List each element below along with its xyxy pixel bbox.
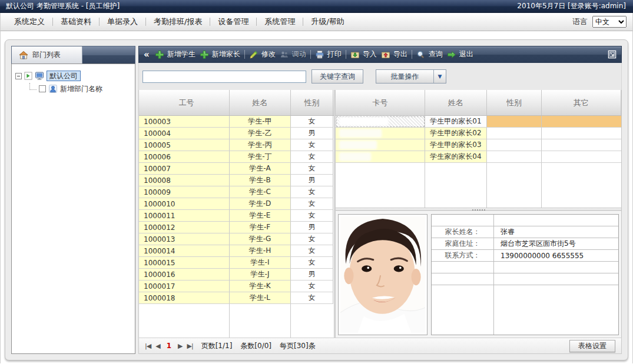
last-page-icon[interactable]: ▶|: [187, 342, 193, 350]
parent-other-cell: [542, 139, 621, 151]
menu-item-schedule-report[interactable]: 考勤排班/报表: [146, 16, 210, 27]
column-header-other: 其它: [542, 90, 621, 115]
student-row[interactable]: 1000012 学生-F 男: [139, 222, 334, 233]
exit-button[interactable]: 退出: [447, 49, 473, 59]
student-gender-cell: 女: [291, 151, 333, 163]
student-row[interactable]: 1000015 学生-I 女: [139, 257, 334, 269]
student-row[interactable]: 100004 学生-乙 男: [139, 128, 334, 139]
print-button[interactable]: 打印: [315, 49, 342, 59]
student-name-cell: 学生-丁: [230, 151, 291, 163]
student-row[interactable]: 100006 学生-丁 女: [139, 151, 334, 163]
student-id-cell: 100009: [139, 186, 230, 198]
student-gender-cell: 女: [291, 233, 333, 245]
tree-collapse-icon[interactable]: [15, 73, 22, 79]
menu-items: 系统定义 基础资料 单据录入 考勤排班/报表 设备管理 系统管理 升级/帮助: [6, 13, 352, 31]
menu-item-system-define[interactable]: 系统定义: [6, 16, 52, 27]
home-icon: [19, 51, 28, 60]
parent-table-filler: [336, 163, 621, 208]
menu-item-device-manage[interactable]: 设备管理: [210, 16, 256, 27]
student-row[interactable]: 1000011 学生-E 女: [139, 210, 334, 222]
tab-department-list[interactable]: 部门列表: [12, 46, 82, 64]
action-toolbar: « 新增学生 新增家长: [138, 46, 622, 63]
student-row[interactable]: 100009 学生-C 女: [139, 186, 334, 198]
parent-table-header: 卡号 姓名 性别 其它: [336, 90, 621, 116]
home-address-value: 烟台市芝罘区面市街5号: [494, 238, 618, 249]
tree-node-root-label[interactable]: 默认公司: [47, 71, 81, 81]
parent-detail-panel: 家长姓名： 张睿 家庭住址： 烟台市芝罘区面市街5号 联系方式： 1390000…: [336, 211, 621, 338]
parent-row[interactable]: 学生甲的家长02: [336, 128, 621, 139]
parent-other-cell: [542, 128, 621, 139]
export-button[interactable]: 导出: [381, 49, 407, 59]
info-row-parent-name: 家长姓名： 张睿: [432, 226, 618, 238]
department-person-icon: [48, 84, 58, 93]
import-button[interactable]: 导入: [350, 49, 377, 59]
student-row[interactable]: 100003 学生-甲 女: [139, 116, 334, 128]
parent-row-selected[interactable]: 学生甲的家长01: [336, 116, 621, 128]
monitor-icon: [35, 71, 44, 81]
add-icon: [155, 50, 164, 59]
student-row[interactable]: 100008 学生-B 男: [139, 175, 334, 186]
student-row[interactable]: 100007 学生-A 女: [139, 163, 334, 175]
student-gender-cell: 女: [291, 186, 333, 198]
menu-item-system-manage[interactable]: 系统管理: [257, 16, 303, 27]
student-gender-cell: 女: [291, 210, 333, 222]
collapse-left-icon[interactable]: «: [144, 49, 150, 60]
parent-name-value: 张睿: [494, 226, 618, 238]
tree-node-root-company[interactable]: 默认公司: [15, 70, 131, 82]
student-name-cell: 学生-J: [230, 269, 291, 280]
per-page-info: 每页[30]条: [280, 341, 316, 351]
parent-name-cell: 学生家的家长04: [425, 151, 487, 163]
tables-area: 工号 姓名 性别 100003 学生-甲 女 100004 学生-乙 男 100…: [138, 90, 622, 338]
parent-gender-cell: [487, 128, 542, 139]
info-row-home-address: 家庭住址： 烟台市芝罘区面市街5号: [432, 238, 618, 250]
student-id-cell: 100005: [139, 139, 230, 151]
student-id-cell: 1000012: [139, 222, 230, 233]
transfer-button[interactable]: 调动: [280, 49, 306, 59]
parent-row[interactable]: 学生家的家长04: [336, 151, 621, 163]
parent-section: 卡号 姓名 性别 其它 学生甲的家长01 学生甲的家长02: [336, 90, 621, 338]
horizontal-splitter[interactable]: [336, 208, 621, 211]
student-id-cell: 100006: [139, 151, 230, 163]
search-icon: [416, 50, 426, 59]
student-name-cell: 学生-甲: [230, 116, 291, 128]
edit-button[interactable]: 修改: [249, 49, 276, 59]
current-page-number[interactable]: 1: [165, 342, 173, 350]
student-name-cell: 学生-乙: [230, 128, 291, 139]
menu-item-record-entry[interactable]: 单据录入: [100, 16, 145, 27]
student-row[interactable]: 1000018 学生-L 女: [139, 292, 334, 304]
department-checkbox[interactable]: [39, 85, 46, 92]
student-row[interactable]: 1000016 学生-J 男: [139, 269, 334, 280]
menu-item-upgrade-help[interactable]: 升级/帮助: [303, 16, 352, 27]
keyword-input[interactable]: [142, 71, 306, 83]
column-header-card-no: 卡号: [336, 90, 425, 115]
table-settings-button[interactable]: 表格设置: [569, 340, 615, 352]
add-parent-button[interactable]: 新增家长: [200, 49, 240, 59]
student-row[interactable]: 1000017 学生-K 女: [139, 280, 334, 292]
next-page-icon[interactable]: ▶: [178, 342, 182, 350]
edit-pencil-icon: [249, 50, 258, 59]
language-select[interactable]: 中文: [592, 16, 627, 28]
keyword-query-button[interactable]: 关键字查询: [311, 69, 363, 84]
department-panel: 部门列表 默认公司: [11, 46, 135, 354]
query-button[interactable]: 查询: [416, 49, 443, 59]
menu-item-base-data[interactable]: 基础资料: [53, 16, 99, 27]
import-label: 导入: [363, 49, 377, 59]
student-row[interactable]: 1000010 学生-D 女: [139, 198, 334, 210]
column-header-name: 姓名: [425, 90, 487, 115]
student-row[interactable]: 1000013 学生-G 女: [139, 233, 334, 245]
first-page-icon[interactable]: |◀: [145, 342, 151, 350]
student-gender-cell: 女: [291, 198, 333, 210]
student-id-cell: 1000016: [139, 269, 230, 280]
prev-page-icon[interactable]: ◀: [155, 342, 160, 350]
student-row[interactable]: 1000014 学生-H 女: [139, 245, 334, 257]
tree-node-new-department[interactable]: 新增部门名称: [29, 83, 131, 95]
info-row-contact: 联系方式： 13900000000 6655555: [432, 250, 618, 262]
printer-icon: [315, 50, 324, 59]
student-row[interactable]: 100005 学生-丙 女: [139, 139, 334, 151]
add-student-button[interactable]: 新增学生: [155, 49, 195, 59]
batch-operation-dropdown[interactable]: 批量操作 ▼: [376, 69, 446, 84]
restore-panel-icon[interactable]: [608, 50, 617, 59]
toolbar-separator: [346, 50, 346, 59]
column-header-name: 姓名: [230, 90, 291, 115]
parent-row[interactable]: 学生甲的家长03: [336, 139, 621, 151]
